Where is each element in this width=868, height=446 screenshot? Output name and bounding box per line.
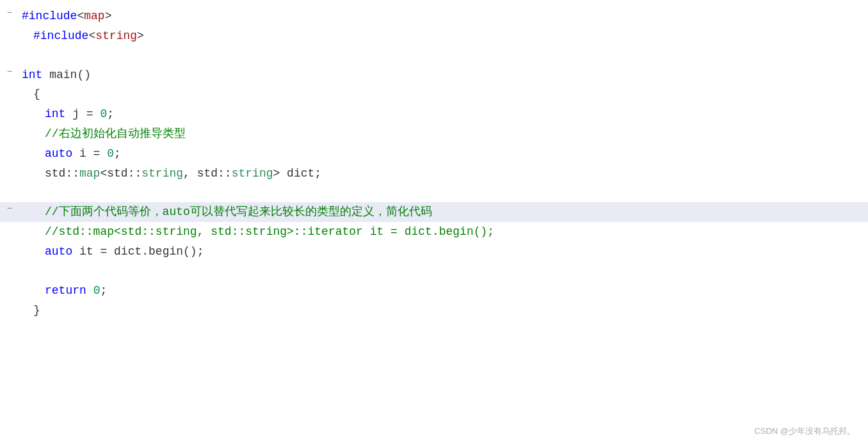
gutter [0, 223, 19, 224]
token: > [105, 10, 112, 22]
gutter [0, 164, 19, 166]
token: > [137, 29, 144, 42]
code-line: return 0; [0, 281, 868, 301]
token: 0 [93, 284, 100, 297]
token: 0 [107, 147, 114, 160]
token: 0 [100, 108, 107, 120]
gutter: − [0, 66, 19, 76]
token: string [232, 167, 273, 180]
gutter [0, 85, 19, 86]
code-line: std::map<std::string, std::string> dict; [0, 164, 868, 184]
token: { [33, 88, 40, 100]
token: ; [107, 108, 114, 120]
token: map [84, 10, 104, 22]
token: int [45, 108, 65, 120]
token: auto [45, 147, 72, 160]
token: auto [45, 245, 72, 258]
code-line: −int main() [0, 65, 868, 85]
gutter [0, 301, 19, 303]
code-text: int main() [19, 66, 868, 84]
gutter [0, 145, 19, 146]
code-text: #include<map> [19, 7, 868, 26]
token: ; [114, 147, 121, 160]
code-container: −#include<map>#include<string>−int main(… [0, 0, 868, 326]
code-text: //右边初始化自动推导类型 [42, 125, 868, 143]
token: //右边初始化自动推导类型 [45, 127, 186, 140]
gutter [0, 125, 19, 126]
code-line: //std::map<std::string, std::string>::it… [0, 222, 868, 242]
gutter [0, 27, 19, 28]
code-line: −#include<map> [0, 6, 868, 26]
code-text: auto it = dict.begin(); [42, 243, 868, 261]
code-line [0, 262, 868, 281]
code-text: //std::map<std::string, std::string>::it… [42, 223, 868, 241]
collapse-button[interactable]: − [7, 204, 12, 213]
token: //下面两个代码等价，auto可以替代写起来比较长的类型的定义，简化代码 [45, 205, 432, 218]
token: , std:: [183, 167, 232, 180]
code-line [0, 183, 868, 202]
collapse-button[interactable]: − [7, 8, 12, 17]
token: i = [72, 147, 107, 160]
code-line [0, 46, 868, 65]
token [86, 284, 93, 297]
code-text: #include<string> [31, 27, 868, 45]
token: main() [42, 68, 91, 81]
token: ; [100, 284, 107, 297]
token: return [45, 284, 86, 297]
token: j = [65, 108, 100, 120]
code-line: { [0, 84, 868, 104]
token: it = dict.begin(); [72, 245, 204, 258]
token: < [88, 29, 95, 42]
token: map [79, 167, 100, 180]
code-text: } [31, 301, 868, 320]
code-line: //右边初始化自动推导类型 [0, 124, 868, 144]
token: #include [33, 29, 88, 42]
code-line: auto i = 0; [0, 144, 868, 164]
code-text: std::map<std::string, std::string> dict; [42, 164, 868, 183]
code-line: } [0, 301, 868, 321]
token: < [77, 10, 84, 22]
token: <std:: [100, 167, 141, 180]
code-text: auto i = 0; [42, 145, 868, 163]
code-text: //下面两个代码等价，auto可以替代写起来比较长的类型的定义，简化代码 [42, 203, 868, 221]
code-text: return 0; [42, 282, 868, 300]
watermark: CSDN @少年没有乌托邦。 [754, 425, 855, 438]
collapse-button[interactable]: − [7, 67, 12, 76]
gutter: − [0, 7, 19, 17]
code-line: −//下面两个代码等价，auto可以替代写起来比较长的类型的定义，简化代码 [0, 202, 868, 222]
code-line: auto it = dict.begin(); [0, 242, 868, 262]
token: string [95, 29, 137, 42]
gutter [0, 105, 19, 106]
token: > dict; [273, 167, 321, 180]
code-text: int j = 0; [42, 105, 868, 123]
code-line: #include<string> [0, 26, 868, 46]
token: std:: [45, 167, 79, 180]
token: int [22, 68, 42, 81]
gutter [0, 282, 19, 283]
gutter [0, 243, 19, 244]
token: string [141, 167, 183, 180]
code-text: { [31, 85, 868, 104]
gutter: − [0, 203, 19, 213]
token: #include [22, 10, 77, 22]
token: } [33, 304, 40, 317]
token: //std::map<std::string, std::string>::it… [45, 225, 494, 238]
code-line: int j = 0; [0, 104, 868, 124]
